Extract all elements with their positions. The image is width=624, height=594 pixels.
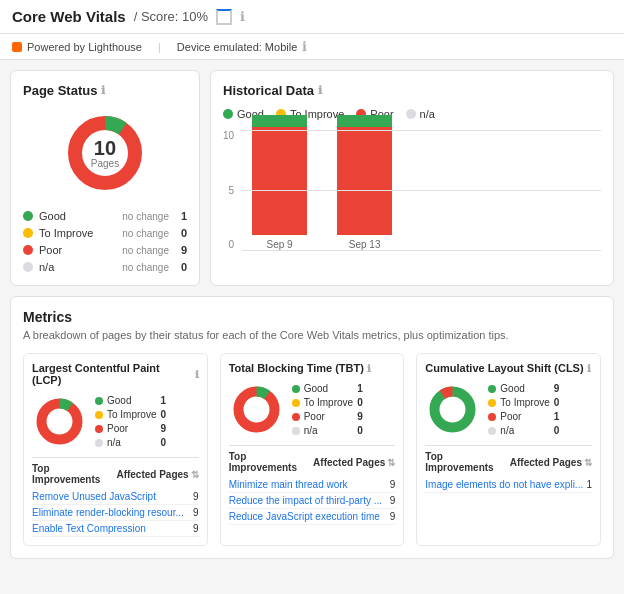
page-status-card: Page Status ℹ 10 Pages: [10, 70, 200, 286]
main-content: Page Status ℹ 10 Pages: [0, 60, 624, 569]
cls-na-dot: [488, 427, 496, 435]
lcp-improve-dot: [95, 411, 103, 419]
bar-legend-item: n/a: [406, 108, 435, 120]
svg-point-2: [42, 404, 78, 440]
lcp-poor-dot: [95, 425, 103, 433]
lcp-na-dot: [95, 439, 103, 447]
loading-icon: [216, 9, 232, 25]
tbt-filter-icon[interactable]: ⇅: [387, 457, 395, 468]
lcp-good-dot: [95, 397, 103, 405]
legend-name: Poor: [39, 244, 116, 256]
info-icon[interactable]: ℹ: [240, 9, 245, 24]
bar-group-sep9: Sep 9: [252, 115, 307, 250]
legend-dot: [23, 262, 33, 272]
lcp-filter-icon[interactable]: ⇅: [191, 469, 199, 480]
legend-change: no change: [122, 245, 169, 256]
metric-cls-body: Good 9 To Improve 0 Poor 1: [425, 382, 592, 437]
metric-tbt: Total Blocking Time (TBT) ℹ Good: [220, 353, 405, 546]
bar-label-sep9: Sep 9: [267, 239, 293, 250]
legend-dot: [23, 228, 33, 238]
gridline-bottom: [242, 250, 601, 251]
lcp-legend-poor: Poor 9: [95, 423, 166, 434]
tbt-legend-good: Good 1: [292, 383, 363, 394]
lcp-legend-na: n/a 0: [95, 437, 166, 448]
legend-count: 1: [175, 210, 187, 222]
svg-point-6: [435, 392, 471, 428]
tbt-na-dot: [292, 427, 300, 435]
metrics-grid: Largest Contentful Paint (LCP) ℹ Good: [23, 353, 601, 546]
bar-label-sep13: Sep 13: [349, 239, 381, 250]
metric-cls-info[interactable]: ℹ: [587, 363, 591, 374]
page-status-legend: Good no change 1 To Improve no change 0 …: [23, 210, 187, 273]
bar-legend-dot: [406, 109, 416, 119]
metric-cls-donut: [425, 382, 480, 437]
tbt-legend-poor: Poor 9: [292, 411, 363, 422]
lighthouse-label: Powered by Lighthouse: [27, 41, 142, 53]
metrics-card: Metrics A breakdown of pages by their st…: [10, 296, 614, 559]
metric-lcp-legend: Good 1 To Improve 0 Poor 9: [95, 395, 166, 448]
divider: |: [158, 41, 161, 53]
legend-name: To Improve: [39, 227, 116, 239]
bar-stack-sep13: [337, 115, 392, 235]
bar-poor-sep13: [337, 127, 392, 235]
metric-tbt-donut: [229, 382, 284, 437]
metric-lcp-donut: [32, 394, 87, 449]
bar-good-sep9: [252, 115, 307, 127]
page-status-donut: 10 Pages: [23, 108, 187, 198]
bar-poor-sep9: [252, 127, 307, 235]
donut-label: Pages: [91, 158, 119, 169]
bars-row: Sep 9 Sep 13: [242, 130, 601, 250]
tbt-row-2: Reduce the impact of third-party ... 9: [229, 493, 396, 509]
tbt-poor-dot: [292, 413, 300, 421]
tbt-legend-improve: To Improve 0: [292, 397, 363, 408]
cls-legend-improve: To Improve 0: [488, 397, 559, 408]
metric-lcp: Largest Contentful Paint (LCP) ℹ Good: [23, 353, 208, 546]
page-status-info-icon[interactable]: ℹ: [101, 84, 105, 97]
svg-point-4: [238, 392, 274, 428]
score-label: / Score: 10%: [134, 9, 208, 24]
metric-lcp-table-header: Top Improvements Affected Pages ⇅: [32, 457, 199, 485]
metric-cls-title: Cumulative Layout Shift (CLS) ℹ: [425, 362, 592, 374]
lcp-legend-good: Good 1: [95, 395, 166, 406]
bars-area: Sep 9 Sep 13: [242, 130, 601, 250]
device-badge: Device emulated: Mobile ℹ: [177, 39, 307, 54]
device-label: Device emulated: Mobile: [177, 41, 297, 53]
metrics-title: Metrics: [23, 309, 601, 325]
legend-item: To Improve no change 0: [23, 227, 187, 239]
metric-lcp-info[interactable]: ℹ: [195, 369, 199, 380]
tbt-good-dot: [292, 385, 300, 393]
bar-group-sep13: Sep 13: [337, 115, 392, 250]
tbt-legend-na: n/a 0: [292, 425, 363, 436]
bar-chart-container: 10 5 0: [223, 130, 601, 250]
cls-legend-poor: Poor 1: [488, 411, 559, 422]
metric-tbt-info[interactable]: ℹ: [367, 363, 371, 374]
metric-lcp-title: Largest Contentful Paint (LCP) ℹ: [32, 362, 199, 386]
page-title: Core Web Vitals: [12, 8, 126, 25]
bar-stack-sep9: [252, 115, 307, 235]
legend-item: Good no change 1: [23, 210, 187, 222]
legend-count: 9: [175, 244, 187, 256]
historical-info-icon[interactable]: ℹ: [318, 84, 322, 97]
bar-legend-label: n/a: [420, 108, 435, 120]
metric-tbt-title: Total Blocking Time (TBT) ℹ: [229, 362, 396, 374]
metric-tbt-legend: Good 1 To Improve 0 Poor 9: [292, 383, 363, 436]
device-info-icon[interactable]: ℹ: [302, 39, 307, 54]
legend-change: no change: [122, 228, 169, 239]
lcp-row-3: Enable Text Compression 9: [32, 521, 199, 537]
cls-improve-dot: [488, 399, 496, 407]
metric-lcp-body: Good 1 To Improve 0 Poor 9: [32, 394, 199, 449]
bar-good-sep13: [337, 115, 392, 127]
historical-title: Historical Data ℹ: [223, 83, 601, 98]
tbt-improve-dot: [292, 399, 300, 407]
metric-cls: Cumulative Layout Shift (CLS) ℹ: [416, 353, 601, 546]
historical-data-card: Historical Data ℹ Good To Improve Poor n…: [210, 70, 614, 286]
subheader: Powered by Lighthouse | Device emulated:…: [0, 34, 624, 60]
tbt-row-3: Reduce JavaScript execution time 9: [229, 509, 396, 525]
legend-change: no change: [122, 262, 169, 273]
cls-row-1: Image elements do not have expli... 1: [425, 477, 592, 493]
donut-number: 10: [91, 138, 119, 158]
cls-legend-good: Good 9: [488, 383, 559, 394]
cls-filter-icon[interactable]: ⇅: [584, 457, 592, 468]
bar-legend-dot: [223, 109, 233, 119]
tbt-row-1: Minimize main thread work 9: [229, 477, 396, 493]
